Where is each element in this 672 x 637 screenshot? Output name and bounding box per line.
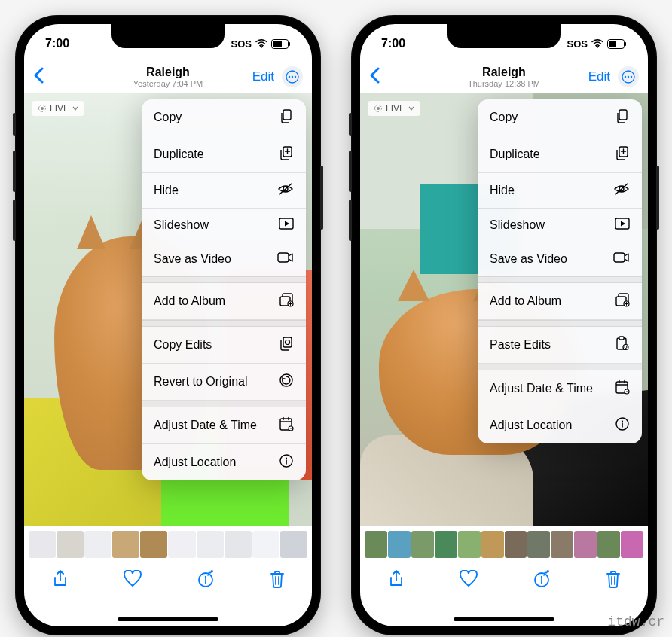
edit-button[interactable]: Edit	[588, 69, 610, 84]
menu-item-label: Adjust Date & Time	[490, 382, 593, 395]
thumbnail[interactable]	[252, 531, 279, 558]
menu-item-hide[interactable]: Hide	[142, 173, 306, 209]
thumbnail[interactable]	[57, 531, 84, 558]
favorite-button[interactable]	[123, 570, 142, 588]
menu-item-copy-edits[interactable]: Copy Edits	[142, 327, 306, 364]
notch	[447, 24, 561, 48]
thumbnail[interactable]	[168, 531, 195, 558]
thumbnail[interactable]	[140, 531, 167, 558]
menu-item-save-as-video[interactable]: Save as Video	[142, 242, 306, 276]
watermark: itdw.cr	[607, 614, 664, 629]
home-indicator[interactable]	[118, 617, 218, 621]
mute-switch	[13, 113, 16, 136]
svg-line-12	[279, 184, 292, 194]
thumbnail[interactable]	[29, 531, 56, 558]
nav-title-group: Raleigh Yesterday 7:04 PM	[133, 66, 203, 88]
thumbnail-scrubber[interactable]	[360, 529, 648, 560]
menu-item-save-as-video[interactable]: Save as Video	[478, 242, 642, 276]
menu-item-label: Copy	[490, 111, 518, 124]
photo-viewer[interactable]: LIVE CopyDuplicateHideSlideshowSave as V…	[360, 93, 648, 526]
live-photo-badge[interactable]: LIVE	[368, 101, 420, 116]
menu-item-add-to-album[interactable]: Add to Album	[478, 283, 642, 320]
menu-item-label: Paste Edits	[490, 338, 551, 352]
location-info-icon	[615, 416, 630, 434]
info-button[interactable]	[196, 569, 215, 589]
menu-item-duplicate[interactable]: Duplicate	[478, 136, 642, 173]
menu-item-adjust-location[interactable]: Adjust Location	[478, 407, 642, 443]
thumbnail-scrubber[interactable]	[24, 529, 312, 560]
menu-item-hide[interactable]: Hide	[478, 173, 642, 209]
svg-point-18	[286, 340, 290, 345]
menu-item-adjust-date-time[interactable]: Adjust Date & Time	[142, 407, 306, 444]
volume-up-button	[349, 151, 352, 192]
thumbnail[interactable]	[84, 531, 111, 558]
photo-viewer[interactable]: LIVE CopyDuplicateHideSlideshowSave as V…	[24, 93, 312, 526]
thumbnail[interactable]	[551, 531, 573, 558]
menu-item-label: Hide	[490, 184, 515, 197]
menu-item-adjust-date-time[interactable]: Adjust Date & Time	[478, 370, 642, 407]
menu-item-label: Save as Video	[490, 252, 567, 266]
battery-icon	[271, 39, 291, 49]
duplicate-icon	[279, 145, 294, 163]
menu-item-adjust-location[interactable]: Adjust Location	[142, 444, 306, 480]
nav-title: Raleigh	[468, 66, 540, 79]
menu-separator	[478, 276, 642, 283]
wifi-icon	[255, 39, 267, 48]
share-button[interactable]	[387, 569, 405, 589]
menu-separator	[478, 320, 642, 327]
svg-point-29	[204, 576, 206, 578]
menu-item-add-to-album[interactable]: Add to Album	[142, 283, 306, 320]
thumbnail[interactable]	[621, 531, 643, 558]
thumbnail[interactable]	[481, 531, 504, 558]
thumbnail[interactable]	[435, 531, 457, 558]
menu-item-duplicate[interactable]: Duplicate	[142, 136, 306, 173]
svg-point-25	[290, 428, 292, 429]
copy-icon	[615, 108, 630, 126]
favorite-button[interactable]	[459, 570, 478, 588]
info-button[interactable]	[532, 569, 551, 589]
bottom-toolbar	[360, 560, 648, 598]
volume-down-button	[349, 200, 352, 241]
menu-item-slideshow[interactable]: Slideshow	[478, 209, 642, 242]
thumbnail[interactable]	[411, 531, 434, 558]
edit-button[interactable]: Edit	[252, 69, 274, 84]
power-button	[320, 166, 323, 230]
calendar-icon	[279, 416, 294, 434]
thumbnail[interactable]	[197, 531, 224, 558]
svg-rect-32	[625, 42, 626, 46]
live-photo-badge[interactable]: LIVE	[32, 101, 84, 116]
calendar-icon	[615, 379, 630, 398]
thumbnail[interactable]	[458, 531, 481, 558]
thumbnail[interactable]	[527, 531, 550, 558]
thumbnail[interactable]	[365, 531, 387, 558]
home-indicator[interactable]	[454, 617, 554, 621]
menu-item-copy[interactable]: Copy	[478, 99, 642, 136]
thumbnail[interactable]	[280, 531, 307, 558]
nav-subtitle: Thursday 12:38 PM	[468, 79, 540, 88]
back-button[interactable]	[369, 67, 380, 87]
thumbnail[interactable]	[574, 531, 597, 558]
delete-button[interactable]	[605, 569, 622, 589]
thumbnail[interactable]	[112, 531, 139, 558]
thumbnail[interactable]	[225, 531, 252, 558]
more-button[interactable]	[618, 66, 639, 87]
thumbnail[interactable]	[505, 531, 527, 558]
menu-item-copy[interactable]: Copy	[142, 99, 306, 136]
svg-point-4	[289, 76, 290, 78]
status-time: 7:00	[45, 37, 69, 50]
menu-item-label: Revert to Original	[154, 375, 248, 389]
menu-item-revert-to-original[interactable]: Revert to Original	[142, 364, 306, 401]
back-button[interactable]	[33, 67, 44, 87]
menu-item-label: Hide	[154, 184, 179, 197]
menu-item-paste-edits[interactable]: Paste Edits	[478, 327, 642, 364]
svg-rect-9	[283, 110, 291, 120]
thumbnail[interactable]	[597, 531, 620, 558]
chevron-down-icon	[408, 105, 414, 111]
delete-button[interactable]	[269, 569, 286, 589]
nav-bar: Raleigh Yesterday 7:04 PM Edit	[24, 60, 312, 93]
thumbnail[interactable]	[388, 531, 411, 558]
context-menu: CopyDuplicateHideSlideshowSave as VideoA…	[142, 99, 306, 480]
share-button[interactable]	[51, 569, 69, 589]
menu-item-slideshow[interactable]: Slideshow	[142, 209, 306, 242]
more-button[interactable]	[282, 66, 303, 87]
